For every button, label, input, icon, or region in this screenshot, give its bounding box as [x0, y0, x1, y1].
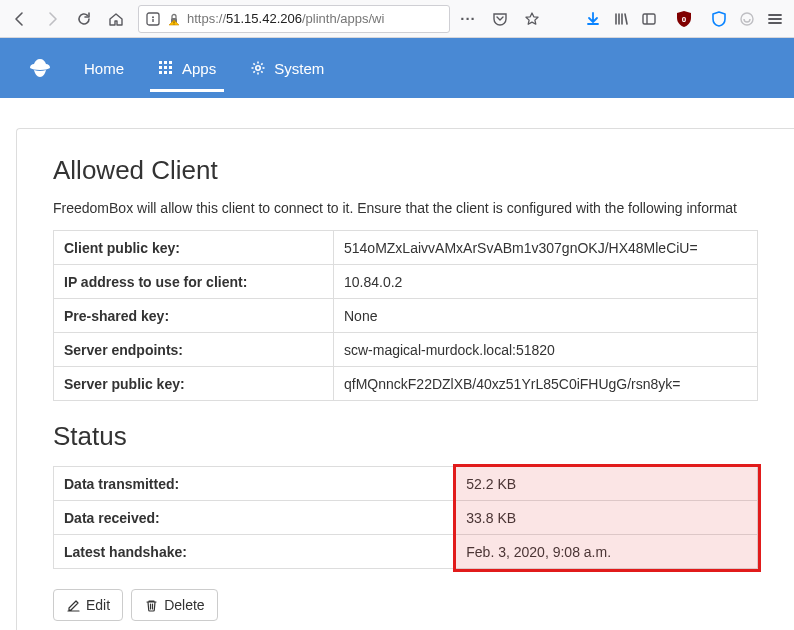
pocket-icon[interactable]	[486, 5, 514, 33]
browser-toolbar: https://51.15.42.206/plinth/apps/wi ··· …	[0, 0, 794, 38]
delete-button[interactable]: Delete	[131, 589, 217, 621]
back-icon[interactable]	[6, 5, 34, 33]
svg-rect-10	[159, 61, 162, 64]
row-label: Data transmitted:	[54, 467, 456, 501]
row-value: qfMQnnckF22DZlXB/40xz51YrL85C0iFHUgG/rsn…	[334, 367, 758, 401]
nav-system[interactable]: System	[238, 38, 336, 98]
svg-rect-4	[174, 21, 175, 23]
table-row: Server endpoints: scw-magical-murdock.lo…	[54, 333, 758, 367]
row-value: 52.2 KB	[456, 467, 758, 501]
trash-icon	[144, 598, 158, 612]
svg-rect-5	[174, 23, 175, 24]
svg-point-1	[152, 16, 154, 18]
insecure-warning-icon	[167, 12, 181, 26]
bookmark-star-icon[interactable]	[518, 5, 546, 33]
menu-icon[interactable]	[762, 5, 788, 33]
svg-line-24	[254, 63, 255, 64]
svg-rect-18	[169, 71, 172, 74]
status-table: Data transmitted: 52.2 KB Data received:…	[53, 466, 758, 569]
row-label: Client public key:	[54, 231, 334, 265]
sidebar-icon[interactable]	[636, 5, 662, 33]
edit-label: Edit	[86, 597, 110, 613]
row-value: 10.84.0.2	[334, 265, 758, 299]
svg-text:0: 0	[682, 15, 687, 24]
extension-icon[interactable]	[734, 5, 760, 33]
row-label: IP address to use for client:	[54, 265, 334, 299]
table-row: Client public key: 514oMZxLaivvAMxArSvAB…	[54, 231, 758, 265]
svg-line-26	[261, 63, 262, 64]
ublock-icon[interactable]: 0	[664, 10, 704, 28]
heading-allowed-client: Allowed Client	[53, 155, 758, 186]
button-row: Edit Delete	[53, 589, 758, 621]
table-row: Latest handshake: Feb. 3, 2020, 9:08 a.m…	[54, 535, 758, 569]
edit-icon	[66, 598, 80, 612]
edit-button[interactable]: Edit	[53, 589, 123, 621]
svg-line-25	[261, 71, 262, 72]
content-panel: Allowed Client FreedomBox will allow thi…	[16, 128, 794, 630]
svg-rect-2	[152, 19, 153, 22]
description-text: FreedomBox will allow this client to con…	[53, 200, 758, 216]
row-label: Pre-shared key:	[54, 299, 334, 333]
delete-label: Delete	[164, 597, 204, 613]
svg-rect-6	[643, 14, 655, 24]
home-icon[interactable]	[102, 5, 130, 33]
row-value: Feb. 3, 2020, 9:08 a.m.	[456, 535, 758, 569]
table-row: Pre-shared key: None	[54, 299, 758, 333]
app-navbar: Home Apps System	[0, 38, 794, 98]
table-row: Data transmitted: 52.2 KB	[54, 467, 758, 501]
status-wrap: Data transmitted: 52.2 KB Data received:…	[53, 466, 758, 569]
freedombox-logo-icon[interactable]	[22, 50, 58, 86]
row-value: scw-magical-murdock.local:51820	[334, 333, 758, 367]
row-label: Latest handshake:	[54, 535, 456, 569]
library-icon[interactable]	[608, 5, 634, 33]
downloads-icon[interactable]	[580, 5, 606, 33]
nav-apps[interactable]: Apps	[146, 38, 228, 98]
svg-line-27	[254, 71, 255, 72]
svg-point-19	[256, 66, 260, 70]
row-value: 514oMZxLaivvAMxArSvABm1v307gnOKJ/HX48Mle…	[334, 231, 758, 265]
row-label: Server endpoints:	[54, 333, 334, 367]
heading-status: Status	[53, 421, 758, 452]
nav-apps-label: Apps	[182, 60, 216, 77]
apps-grid-icon	[158, 60, 174, 76]
page-actions-icon[interactable]: ···	[454, 5, 482, 33]
url-bar[interactable]: https://51.15.42.206/plinth/apps/wi	[138, 5, 450, 33]
forward-icon	[38, 5, 66, 33]
client-info-table: Client public key: 514oMZxLaivvAMxArSvAB…	[53, 230, 758, 401]
reload-icon[interactable]	[70, 5, 98, 33]
table-row: Server public key: qfMQnnckF22DZlXB/40xz…	[54, 367, 758, 401]
shield-permissions-icon[interactable]	[145, 11, 161, 27]
svg-rect-12	[169, 61, 172, 64]
row-value: 33.8 KB	[456, 501, 758, 535]
nav-home[interactable]: Home	[72, 38, 136, 98]
row-value: None	[334, 299, 758, 333]
svg-rect-17	[164, 71, 167, 74]
svg-rect-15	[169, 66, 172, 69]
table-row: Data received: 33.8 KB	[54, 501, 758, 535]
svg-point-9	[741, 13, 753, 25]
table-row: IP address to use for client: 10.84.0.2	[54, 265, 758, 299]
gear-icon	[250, 60, 266, 76]
browser-right-icons: 0	[580, 5, 788, 33]
svg-rect-16	[159, 71, 162, 74]
row-label: Data received:	[54, 501, 456, 535]
nav-system-label: System	[274, 60, 324, 77]
row-label: Server public key:	[54, 367, 334, 401]
svg-rect-14	[164, 66, 167, 69]
svg-rect-11	[164, 61, 167, 64]
container-icon[interactable]	[706, 5, 732, 33]
svg-rect-13	[159, 66, 162, 69]
url-text: https://51.15.42.206/plinth/apps/wi	[187, 11, 384, 26]
page-body: Allowed Client FreedomBox will allow thi…	[0, 98, 794, 630]
nav-home-label: Home	[84, 60, 124, 77]
